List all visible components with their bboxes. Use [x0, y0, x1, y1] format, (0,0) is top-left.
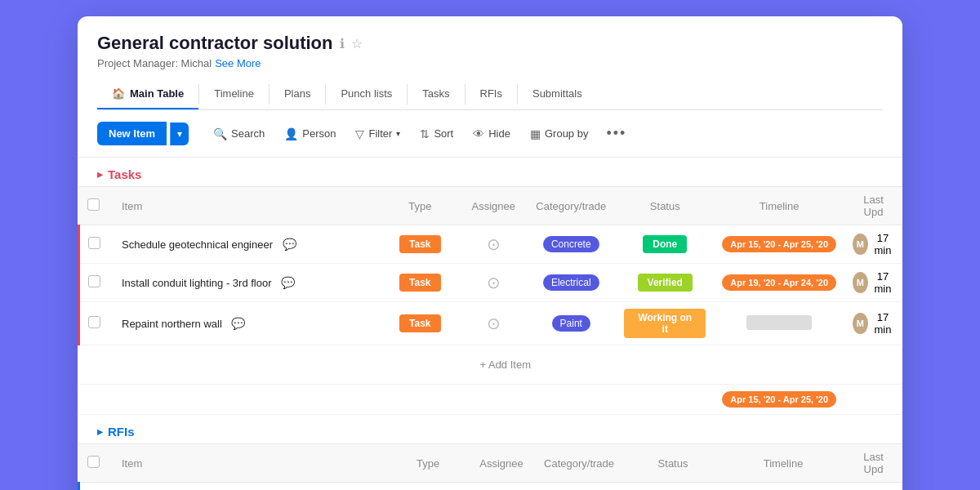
- tasks-row3-checkbox[interactable]: [88, 316, 100, 328]
- main-card: General contractor solution ℹ ☆ Project …: [78, 16, 902, 490]
- tasks-add-item-row: + Add Item: [79, 345, 903, 385]
- person-button[interactable]: 👤 Person: [276, 122, 344, 145]
- tasks-row2-avatar: M: [853, 272, 868, 293]
- tab-timeline-label: Timeline: [214, 87, 254, 100]
- tasks-row2-checkbox[interactable]: [88, 275, 100, 287]
- tasks-section-title: Tasks: [108, 167, 141, 181]
- rfis-table: Item Type Assignee Category/trade Status…: [78, 443, 902, 490]
- see-more-link[interactable]: See More: [215, 57, 261, 69]
- tab-timeline[interactable]: Timeline: [199, 79, 269, 109]
- tab-rfis-label: RFIs: [480, 87, 502, 100]
- tabs-bar: 🏠 Main Table Timeline Plans Punch lists …: [97, 79, 883, 110]
- tasks-row3-assignee-icon: ⊙: [487, 314, 501, 332]
- tasks-row2-comment-icon[interactable]: 💬: [281, 276, 295, 289]
- tasks-col-type: Type: [379, 187, 461, 225]
- tasks-summary-col5: [526, 385, 616, 415]
- tasks-row1-checkbox[interactable]: [88, 237, 100, 249]
- tab-tasks[interactable]: Tasks: [408, 79, 464, 109]
- toolbar: New Item ▾ 🔍 Search 👤 Person ▽ Filter ▾ …: [78, 110, 902, 158]
- tab-submittals[interactable]: Submittals: [518, 79, 597, 109]
- tasks-section-header: ▸ Tasks: [78, 158, 902, 186]
- tasks-summary-col1: [79, 385, 109, 415]
- rfis-col-timeline: Timeline: [722, 444, 844, 483]
- tasks-row1-comment-icon[interactable]: 💬: [283, 238, 296, 251]
- tasks-col-checkbox: [79, 187, 109, 225]
- more-options-button[interactable]: •••: [599, 120, 633, 147]
- tasks-row1-item-cell: Schedule geotechnical engineer 💬: [109, 225, 379, 264]
- tasks-col-category: Category/trade: [526, 187, 616, 225]
- rfis-row1-assignee-cell: J: [469, 483, 534, 491]
- rfis-chevron-icon[interactable]: ▸: [97, 425, 103, 438]
- tasks-row3-category-badge: Paint: [552, 315, 590, 332]
- rfis-col-checkbox: [79, 444, 109, 483]
- header: General contractor solution ℹ ☆ Project …: [78, 16, 902, 110]
- tasks-row1-lastupd-text: 17 min: [871, 232, 894, 256]
- tab-punch-lists-label: Punch lists: [341, 87, 392, 100]
- tasks-row3-type-badge: Task: [399, 314, 440, 332]
- tasks-row1-status-cell: Done: [616, 225, 714, 264]
- hide-button[interactable]: 👁 Hide: [465, 122, 519, 145]
- sort-icon: ⇅: [420, 127, 430, 140]
- tasks-row3-status-cell: Working on it: [616, 302, 714, 345]
- tasks-row1-timeline-badge: Apr 15, '20 - Apr 25, '20: [722, 236, 836, 252]
- rfis-col-status: Status: [624, 444, 722, 483]
- rfis-row1-timeline-cell: Jun 8 - 15: [722, 483, 844, 491]
- filter-icon: ▽: [355, 127, 364, 140]
- tasks-row3-lastupd-text: 17 min: [871, 311, 894, 336]
- new-item-button[interactable]: New Item: [97, 122, 167, 145]
- tasks-row3-status-badge: Working on it: [624, 309, 706, 338]
- tasks-row2-status-cell: Verified: [616, 264, 714, 302]
- group-by-button[interactable]: ▦ Group by: [522, 122, 596, 145]
- tasks-table-header-row: Item Type Assignee Category/trade Status…: [79, 187, 903, 225]
- rfis-row1-status-cell: New RFI: [624, 483, 722, 491]
- tasks-row1-assignee-icon: ⊙: [487, 235, 501, 253]
- filter-button[interactable]: ▽ Filter ▾: [347, 122, 408, 145]
- tasks-summary-timeline-cell: Apr 15, '20 - Apr 25, '20: [714, 385, 844, 415]
- tasks-row1-type-badge: Task: [399, 235, 440, 253]
- tasks-add-item-button[interactable]: + Add Item: [87, 352, 895, 377]
- tasks-row2-timeline-badge: Apr 19, '20 - Apr 24, '20: [722, 274, 836, 291]
- hide-icon: 👁: [473, 127, 484, 140]
- tab-main-table-label: Main Table: [130, 87, 184, 100]
- info-icon[interactable]: ℹ: [340, 36, 345, 51]
- tasks-row2-status-badge: Verified: [638, 274, 693, 292]
- subtitle-label: Project Manager: Michal: [97, 57, 212, 69]
- home-icon: 🏠: [112, 87, 125, 100]
- tasks-summary-col6: [616, 385, 714, 415]
- tasks-summary-col8: [844, 385, 902, 415]
- search-button[interactable]: 🔍 Search: [205, 122, 273, 145]
- sort-button[interactable]: ⇅ Sort: [412, 122, 461, 145]
- tasks-col-timeline: Timeline: [714, 187, 844, 225]
- tab-plans[interactable]: Plans: [270, 79, 326, 109]
- table-row: Install conduit lighting - 3rd floor 💬 T…: [79, 264, 903, 302]
- tasks-row1-assignee-cell: ⊙: [461, 225, 526, 264]
- rfis-row1-lastupd-cell: M 7 min: [844, 483, 902, 491]
- tasks-chevron-icon[interactable]: ▸: [97, 168, 103, 180]
- new-item-arrow-button[interactable]: ▾: [170, 122, 189, 145]
- tasks-row3-timeline-empty: [746, 315, 812, 330]
- tasks-row3-comment-icon[interactable]: 💬: [231, 317, 245, 330]
- tasks-row1-lastupd-cell: M 17 min: [844, 225, 902, 264]
- tab-punch-lists[interactable]: Punch lists: [326, 79, 407, 109]
- tasks-row2-assignee-cell: ⊙: [461, 264, 526, 302]
- rfis-col-category: Category/trade: [534, 444, 624, 483]
- tasks-col-assignee: Assignee: [461, 187, 526, 225]
- search-icon: 🔍: [213, 127, 227, 140]
- rfis-col-assignee: Assignee: [469, 444, 534, 483]
- star-icon[interactable]: ☆: [351, 36, 363, 51]
- tasks-row2-item-text: Install conduit lighting - 3rd floor: [122, 277, 272, 289]
- rfis-col-item: Item: [109, 444, 387, 483]
- tasks-summary-col2: [109, 385, 379, 415]
- tasks-section: ▸ Tasks Item Type Assignee Category/trad…: [78, 158, 902, 415]
- tasks-row3-lastupd-cell: M 17 min: [844, 302, 902, 345]
- tab-main-table[interactable]: 🏠 Main Table: [97, 79, 198, 109]
- rfis-row1-item-cell: Parking concrete question 🔔: [109, 483, 387, 491]
- tasks-row2-lastupd-cell: M 17 min: [844, 264, 902, 302]
- filter-arrow-icon: ▾: [396, 129, 400, 138]
- rfis-section-title: RFIs: [108, 425, 135, 439]
- title-row: General contractor solution ℹ ☆: [97, 33, 883, 54]
- tasks-header-checkbox[interactable]: [87, 198, 100, 211]
- person-icon: 👤: [284, 127, 298, 140]
- tab-rfis[interactable]: RFIs: [466, 79, 517, 109]
- rfis-header-checkbox[interactable]: [87, 456, 100, 468]
